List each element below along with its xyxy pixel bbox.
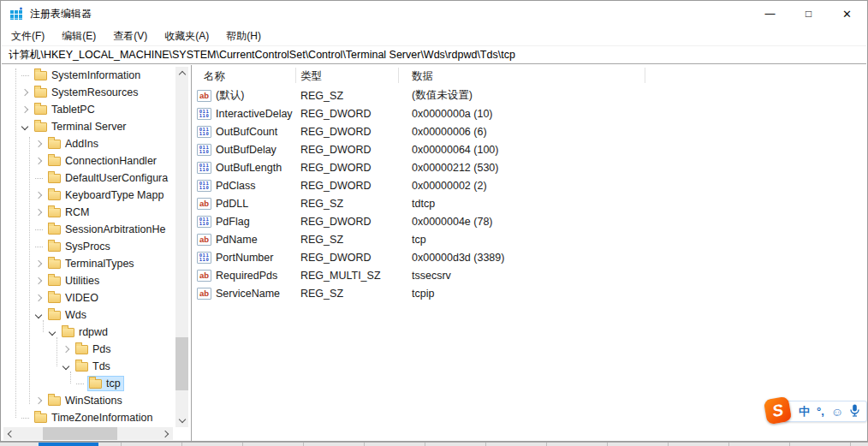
close-button[interactable]: ✕ (828, 1, 866, 27)
scroll-down-button[interactable] (175, 414, 188, 427)
column-header-data[interactable]: 数据 (412, 69, 433, 84)
tree-item-content[interactable]: TabletPC (33, 103, 98, 116)
tree-expander-cell[interactable] (60, 343, 72, 355)
column-separator[interactable] (398, 68, 399, 83)
chevron-right-icon[interactable] (35, 192, 42, 199)
tree-item-content[interactable]: SystemResources (33, 86, 140, 99)
tree-expander-cell[interactable] (19, 121, 31, 133)
tree-vertical-scrollbar[interactable] (175, 67, 188, 427)
registry-value-row[interactable]: abServiceNameREG_SZtcpip (192, 284, 867, 302)
column-header-type[interactable]: 类型 (300, 69, 322, 84)
scroll-right-button[interactable] (160, 427, 173, 440)
ime-punctuation-button[interactable]: °, (817, 406, 824, 417)
tree-item-content[interactable]: tcp (88, 377, 123, 390)
tree-item-content[interactable]: Tds (74, 360, 113, 373)
chevron-right-icon[interactable] (62, 346, 69, 353)
tree-item-content[interactable]: Terminal Server (33, 120, 129, 134)
tree-item-content[interactable]: Utilities (47, 274, 102, 288)
tree-item-rcm[interactable]: RCM (2, 204, 174, 221)
tree-expander-cell[interactable] (33, 155, 45, 167)
tree-item-terminaltypes[interactable]: TerminalTypes (2, 255, 174, 272)
tree-item-pds[interactable]: Pds (2, 341, 174, 358)
tree-item-content[interactable]: SessionArbitrationHe (47, 223, 168, 236)
tree-item-content[interactable]: DefaultUserConfigura (47, 171, 170, 185)
tree-item-content[interactable]: ConnectionHandler (47, 154, 159, 168)
menu-view[interactable]: 查看(V) (104, 27, 156, 46)
sogou-ime-logo[interactable]: S (764, 396, 793, 425)
tree-item-utilities[interactable]: Utilities (2, 272, 174, 289)
column-separator[interactable] (645, 68, 645, 83)
tree-item-tcp[interactable]: tcp (2, 375, 174, 392)
tree-item-content[interactable]: rdpwd (61, 325, 110, 339)
menu-help[interactable]: 帮助(H) (217, 27, 270, 46)
tree-expander-cell[interactable] (33, 275, 45, 287)
registry-value-row[interactable]: abPdNameREG_SZtcp (192, 230, 867, 248)
tree-item-wds[interactable]: Wds (2, 306, 174, 324)
tree-item-content[interactable]: Wds (47, 308, 89, 322)
registry-value-row[interactable]: abPdDLLREG_SZtdtcp (192, 194, 867, 212)
registry-value-row[interactable]: ab(默认)REG_SZ(数值未设置) (192, 86, 867, 104)
tree-item-content[interactable]: WinStations (47, 394, 125, 407)
chevron-down-icon[interactable] (62, 363, 69, 370)
tree-item-rdpwd[interactable]: rdpwd (2, 324, 174, 341)
chevron-right-icon[interactable] (35, 140, 42, 147)
column-header-name[interactable]: 名称 (204, 69, 225, 84)
chevron-right-icon[interactable] (35, 209, 42, 216)
tree-item-addins[interactable]: AddIns (2, 135, 174, 152)
chevron-right-icon[interactable] (35, 277, 42, 284)
scroll-left-button[interactable] (3, 427, 16, 440)
tree-item-content[interactable]: TimeZoneInformation (33, 411, 155, 425)
tree-expander-cell[interactable] (60, 360, 72, 372)
address-bar[interactable]: 计算机\HKEY_LOCAL_MACHINE\SYSTEM\CurrentCon… (2, 45, 866, 64)
ime-emoji-button[interactable]: ☺ (831, 406, 843, 418)
chevron-right-icon[interactable] (21, 89, 28, 96)
registry-value-row[interactable]: 011110PdFlagREG_DWORD0x0000004e (78) (192, 212, 867, 230)
tree-expander-cell[interactable] (19, 86, 31, 98)
tree-expander-cell[interactable] (33, 292, 45, 304)
tree-item-content[interactable]: Pds (74, 342, 114, 356)
tree-item-video[interactable]: VIDEO (2, 289, 174, 306)
tree-expander-cell[interactable] (46, 326, 58, 338)
tree-expander-cell[interactable] (33, 258, 45, 270)
tree-item-content[interactable]: VIDEO (47, 291, 101, 305)
tree-item-terminal-server[interactable]: Terminal Server (2, 118, 174, 135)
scroll-up-button[interactable] (175, 67, 188, 80)
menu-favorites[interactable]: 收藏夹(A) (156, 27, 217, 46)
chevron-right-icon[interactable] (21, 106, 28, 113)
tree-item-tabletpc[interactable]: TabletPC (2, 101, 174, 118)
horizontal-scroll-thumb[interactable] (43, 427, 117, 440)
ime-language-mode-button[interactable]: 中 (799, 406, 810, 417)
registry-value-row[interactable]: 011110PortNumberREG_DWORD0x00000d3d (338… (192, 248, 867, 266)
registry-value-row[interactable]: 011110InteractiveDelayREG_DWORD0x0000000… (192, 104, 867, 122)
registry-value-row[interactable]: 011110OutBufLengthREG_DWORD0x00000212 (5… (192, 158, 867, 176)
tree-item-content[interactable]: KeyboardType Mapp (47, 188, 166, 202)
tree-item-content[interactable]: AddIns (47, 137, 101, 151)
tree-item-systemresources[interactable]: SystemResources (2, 84, 174, 101)
tree-expander-cell[interactable] (33, 395, 45, 407)
tree-expander-cell[interactable] (19, 104, 31, 116)
chevron-right-icon[interactable] (35, 158, 42, 164)
tree-expander-cell[interactable] (33, 309, 45, 321)
menu-edit[interactable]: 编辑(E) (53, 27, 104, 46)
chevron-right-icon[interactable] (35, 294, 42, 301)
registry-value-row[interactable]: 011110PdClassREG_DWORD0x00000002 (2) (192, 176, 867, 194)
tree-item-systeminformation[interactable]: SystemInformation (2, 67, 174, 84)
tree-expander-cell[interactable] (33, 206, 45, 218)
chevron-right-icon[interactable] (35, 260, 42, 267)
registry-value-row[interactable]: abRequiredPdsREG_MULTI_SZtssecsrv (192, 266, 867, 284)
tree-item-content[interactable]: SystemInformation (33, 68, 143, 82)
tree-expander-cell[interactable] (33, 138, 45, 150)
tree-item-content[interactable]: RCM (47, 205, 92, 219)
tree-expander-cell[interactable] (33, 189, 45, 201)
tree-item-timezoneinformation[interactable]: TimeZoneInformation (2, 409, 174, 425)
chevron-down-icon[interactable] (35, 312, 42, 318)
chevron-right-icon[interactable] (35, 397, 42, 404)
tree-item-sysprocs[interactable]: SysProcs (2, 238, 174, 255)
tree-item-winstations[interactable]: WinStations (2, 392, 174, 409)
tree-item-content[interactable]: SysProcs (47, 240, 113, 253)
registry-value-row[interactable]: 011110OutBufDelayREG_DWORD0x00000064 (10… (192, 140, 867, 158)
minimize-button[interactable]: — (751, 1, 789, 27)
registry-value-row[interactable]: 011110OutBufCountREG_DWORD0x00000006 (6) (192, 122, 867, 140)
chevron-down-icon[interactable] (21, 123, 28, 130)
vertical-scroll-thumb[interactable] (175, 337, 188, 390)
